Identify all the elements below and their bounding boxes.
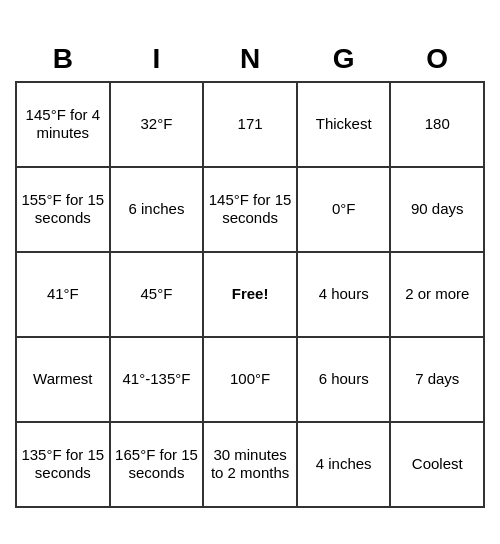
bingo-card: B I N G O 145°F for 4 minutes32°F171Thic…: [15, 37, 485, 508]
cell-r0-c3: Thickest: [297, 82, 391, 167]
cell-r1-c2: 145°F for 15 seconds: [203, 167, 297, 252]
cell-r0-c0: 145°F for 4 minutes: [16, 82, 110, 167]
cell-r1-c4: 90 days: [390, 167, 484, 252]
cell-r0-c4: 180: [390, 82, 484, 167]
cell-r1-c0: 155°F for 15 seconds: [16, 167, 110, 252]
cell-r3-c4: 7 days: [390, 337, 484, 422]
cell-r3-c2: 100°F: [203, 337, 297, 422]
cell-r4-c1: 165°F for 15 seconds: [110, 422, 204, 507]
cell-r4-c3: 4 inches: [297, 422, 391, 507]
cell-r0-c2: 171: [203, 82, 297, 167]
cell-r4-c0: 135°F for 15 seconds: [16, 422, 110, 507]
header-g: G: [297, 37, 391, 82]
header-i: I: [110, 37, 204, 82]
cell-r2-c0: 41°F: [16, 252, 110, 337]
cell-r4-c2: 30 minutes to 2 months: [203, 422, 297, 507]
header-b: B: [16, 37, 110, 82]
cell-r0-c1: 32°F: [110, 82, 204, 167]
cell-r2-c4: 2 or more: [390, 252, 484, 337]
cell-r4-c4: Coolest: [390, 422, 484, 507]
cell-r2-c2: Free!: [203, 252, 297, 337]
cell-r3-c3: 6 hours: [297, 337, 391, 422]
header-n: N: [203, 37, 297, 82]
cell-r2-c1: 45°F: [110, 252, 204, 337]
cell-r1-c1: 6 inches: [110, 167, 204, 252]
header-o: O: [390, 37, 484, 82]
cell-r3-c1: 41°-135°F: [110, 337, 204, 422]
cell-r2-c3: 4 hours: [297, 252, 391, 337]
cell-r1-c3: 0°F: [297, 167, 391, 252]
cell-r3-c0: Warmest: [16, 337, 110, 422]
